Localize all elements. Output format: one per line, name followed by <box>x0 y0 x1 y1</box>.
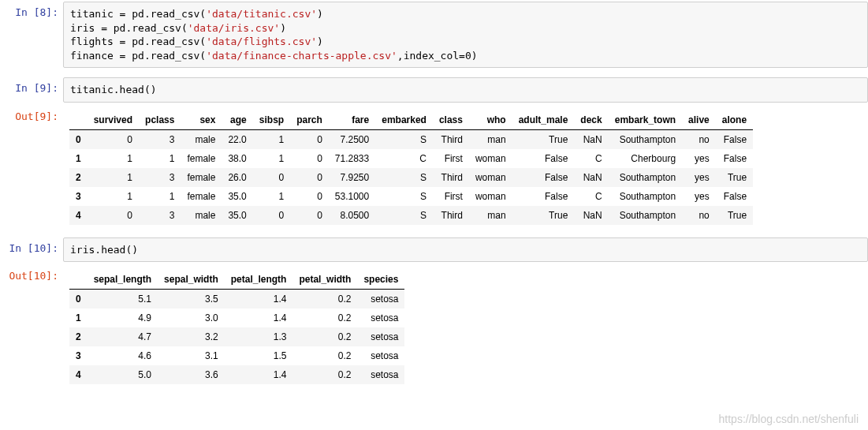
table-cell: Third <box>433 129 469 149</box>
column-header: age <box>222 110 252 130</box>
in-prompt-10: In [10]: <box>0 237 63 263</box>
table-cell: False <box>512 168 575 187</box>
table-row: 14.93.01.40.2setosa <box>69 308 404 327</box>
row-index: 2 <box>69 327 88 346</box>
table-cell: 1 <box>139 149 181 168</box>
table-cell: NaN <box>574 129 608 149</box>
table-cell: 0.2 <box>292 365 357 384</box>
table-cell: 0 <box>290 168 329 187</box>
out-prompt-9: Out[9]: <box>0 106 63 228</box>
table-cell: 1 <box>253 129 290 149</box>
table-cell: True <box>512 206 575 225</box>
column-header: fare <box>329 110 375 130</box>
table-cell: male <box>181 206 222 225</box>
table-cell: 0 <box>88 206 139 225</box>
column-header: alone <box>716 110 753 130</box>
table-cell: True <box>716 206 753 225</box>
table-cell: man <box>469 129 512 149</box>
table-cell: 35.0 <box>222 206 252 225</box>
table-cell: 4.9 <box>88 308 158 327</box>
table-cell: 3.1 <box>158 346 225 365</box>
column-header: petal_width <box>292 270 357 290</box>
table-cell: 35.0 <box>222 187 252 206</box>
column-header: class <box>433 110 469 130</box>
table-cell: 4.6 <box>88 346 158 365</box>
table-cell: Southampton <box>609 206 682 225</box>
table-cell: False <box>716 129 753 149</box>
code-input-9[interactable]: titanic.head() <box>63 77 868 103</box>
row-index: 0 <box>69 290 88 309</box>
column-header: deck <box>574 110 608 130</box>
table-cell: 3 <box>139 129 181 149</box>
table-cell: 1.4 <box>225 290 293 309</box>
table-cell: 5.1 <box>88 290 158 309</box>
table-row: 24.73.21.30.2setosa <box>69 327 404 346</box>
output-area-9: survivedpclasssexagesibspparchfareembark… <box>63 106 868 228</box>
table-cell: setosa <box>357 327 404 346</box>
code-input-8[interactable]: titanic = pd.read_csv('data/titanic.csv'… <box>63 2 868 68</box>
table-cell: male <box>181 129 222 149</box>
column-header: sex <box>181 110 222 130</box>
table-cell: Southampton <box>609 168 682 187</box>
column-header: adult_male <box>512 110 575 130</box>
table-cell: 8.0500 <box>329 206 375 225</box>
table-cell: False <box>716 149 753 168</box>
table-cell: no <box>682 206 716 225</box>
table-cell: setosa <box>357 308 404 327</box>
output-cell-9: Out[9]: survivedpclasssexagesibspparchfa… <box>0 104 868 230</box>
out-prompt-10: Out[10]: <box>0 265 63 387</box>
table-cell: no <box>682 129 716 149</box>
code-cell-8: In [8]: titanic = pd.read_csv('data/tita… <box>0 0 868 69</box>
table-row: 003male22.0107.2500SThirdmanTrueNaNSouth… <box>69 129 753 149</box>
table-cell: female <box>181 149 222 168</box>
table-cell: Third <box>433 206 469 225</box>
code-cell-10: In [10]: iris.head() <box>0 236 868 264</box>
in-prompt-9: In [9]: <box>0 77 63 103</box>
table-cell: woman <box>469 149 512 168</box>
dataframe-iris: sepal_lengthsepal_widthpetal_lengthpetal… <box>69 270 404 384</box>
table-cell: female <box>181 168 222 187</box>
table-cell: 0 <box>290 129 329 149</box>
row-index: 3 <box>69 187 88 206</box>
code-text-9[interactable]: titanic.head() <box>70 83 861 97</box>
table-cell: S <box>375 187 433 206</box>
table-cell: Third <box>433 168 469 187</box>
table-cell: 3.0 <box>158 308 225 327</box>
table-cell: False <box>512 149 575 168</box>
table-row: 111female38.01071.2833CFirstwomanFalseCC… <box>69 149 753 168</box>
row-index: 4 <box>69 365 88 384</box>
table-cell: 3.2 <box>158 327 225 346</box>
column-header: alive <box>682 110 716 130</box>
table-cell: 5.0 <box>88 365 158 384</box>
table-cell: S <box>375 206 433 225</box>
table-cell: 0.2 <box>292 290 357 309</box>
table-cell: Cherbourg <box>609 149 682 168</box>
table-cell: 1 <box>88 187 139 206</box>
row-index: 1 <box>69 149 88 168</box>
table-cell: S <box>375 168 433 187</box>
code-text-8[interactable]: titanic = pd.read_csv('data/titanic.csv'… <box>70 7 861 62</box>
table-cell: NaN <box>574 206 608 225</box>
table-cell: 1.4 <box>225 365 293 384</box>
output-area-10: sepal_lengthsepal_widthpetal_lengthpetal… <box>63 265 868 387</box>
table-cell: First <box>433 149 469 168</box>
table-corner <box>69 110 88 130</box>
column-header: sepal_width <box>158 270 225 290</box>
column-header: petal_length <box>225 270 293 290</box>
in-prompt-8: In [8]: <box>0 2 63 68</box>
table-cell: 0 <box>88 129 139 149</box>
table-cell: setosa <box>357 365 404 384</box>
table-corner <box>69 270 88 290</box>
table-cell: setosa <box>357 346 404 365</box>
table-cell: 1.3 <box>225 327 293 346</box>
code-input-10[interactable]: iris.head() <box>63 237 868 263</box>
code-text-10[interactable]: iris.head() <box>70 243 861 257</box>
column-header: survived <box>88 110 139 130</box>
table-cell: True <box>716 168 753 187</box>
table-cell: 1 <box>253 149 290 168</box>
table-cell: C <box>574 187 608 206</box>
output-cell-10: Out[10]: sepal_lengthsepal_widthpetal_le… <box>0 264 868 389</box>
table-cell: 3 <box>139 206 181 225</box>
table-cell: 1.5 <box>225 346 293 365</box>
column-header: embark_town <box>609 110 682 130</box>
